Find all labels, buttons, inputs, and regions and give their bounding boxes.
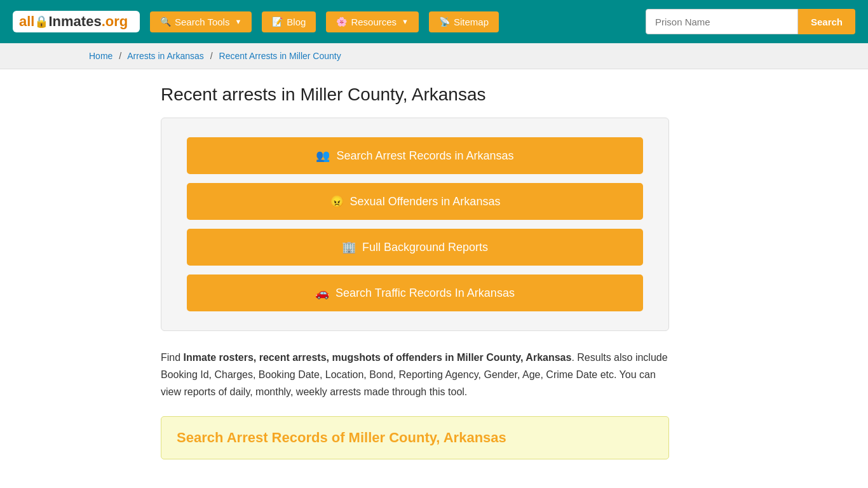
traffic-records-label: Search Traffic Records In Arkansas xyxy=(336,287,515,300)
background-reports-label: Full Background Reports xyxy=(362,241,488,254)
resources-button[interactable]: 🌸 Resources ▼ xyxy=(326,11,419,32)
arrest-records-icon: 👥 xyxy=(316,149,330,163)
arrest-records-button[interactable]: 👥 Search Arrest Records in Arkansas xyxy=(187,137,643,174)
arrest-records-label: Search Arrest Records in Arkansas xyxy=(336,149,513,163)
prison-name-input[interactable] xyxy=(646,9,798,34)
resources-arrow: ▼ xyxy=(402,18,409,25)
breadcrumb-sep-2: / xyxy=(210,51,213,61)
blog-icon: 📝 xyxy=(272,17,283,27)
logo-inmates: Inmates xyxy=(48,13,101,30)
search-section-title: Search Arrest Records of Miller County, … xyxy=(177,430,653,446)
action-box: 👥 Search Arrest Records in Arkansas 😠 Se… xyxy=(161,118,669,331)
page-title: Recent arrests in Miller County, Arkansa… xyxy=(161,85,707,105)
sexual-offenders-button[interactable]: 😠 Sexual Offenders in Arkansas xyxy=(187,183,643,220)
traffic-records-button[interactable]: 🚗 Search Traffic Records In Arkansas xyxy=(187,274,643,311)
desc-part1: Find xyxy=(161,352,184,363)
search-tools-arrow: ▼ xyxy=(234,18,241,25)
logo-icon: 🔒 xyxy=(34,15,48,29)
breadcrumb: Home / Arrests in Arkansas / Recent Arre… xyxy=(0,43,868,69)
breadcrumb-arrests-arkansas[interactable]: Arrests in Arkansas xyxy=(127,51,204,61)
search-tools-icon: 🔍 xyxy=(160,17,171,27)
sexual-offenders-icon: 😠 xyxy=(330,194,344,208)
logo-org: .org xyxy=(102,13,128,30)
background-reports-icon: 🏢 xyxy=(342,240,356,254)
search-section-box: Search Arrest Records of Miller County, … xyxy=(161,416,669,459)
sitemap-icon: 📡 xyxy=(439,17,450,27)
header-search-button[interactable]: Search xyxy=(798,9,855,34)
main-header: all🔒Inmates.org 🔍 Search Tools ▼ 📝 Blog … xyxy=(0,0,868,43)
sitemap-button[interactable]: 📡 Sitemap xyxy=(429,11,499,32)
resources-icon: 🌸 xyxy=(336,17,347,27)
breadcrumb-current: Recent Arrests in Miller County xyxy=(219,51,341,61)
sitemap-label: Sitemap xyxy=(454,17,489,27)
description-text: Find Inmate rosters, recent arrests, mug… xyxy=(161,349,669,401)
breadcrumb-home[interactable]: Home xyxy=(89,51,112,61)
resources-label: Resources xyxy=(351,17,397,27)
logo-all: all xyxy=(19,13,34,30)
traffic-records-icon: 🚗 xyxy=(315,286,329,300)
desc-bold: Inmate rosters, recent arrests, mugshots… xyxy=(184,352,572,363)
site-logo[interactable]: all🔒Inmates.org xyxy=(13,11,140,32)
blog-label: Blog xyxy=(287,17,306,27)
search-tools-button[interactable]: 🔍 Search Tools ▼ xyxy=(150,11,252,32)
breadcrumb-sep-1: / xyxy=(119,51,121,61)
search-tools-label: Search Tools xyxy=(175,17,229,27)
background-reports-button[interactable]: 🏢 Full Background Reports xyxy=(187,229,643,266)
sexual-offenders-label: Sexual Offenders in Arkansas xyxy=(350,195,501,208)
blog-button[interactable]: 📝 Blog xyxy=(262,11,316,32)
header-search-wrapper: Search xyxy=(646,9,855,34)
main-content: Recent arrests in Miller County, Arkansa… xyxy=(148,69,720,475)
header-search-label: Search xyxy=(811,17,843,27)
